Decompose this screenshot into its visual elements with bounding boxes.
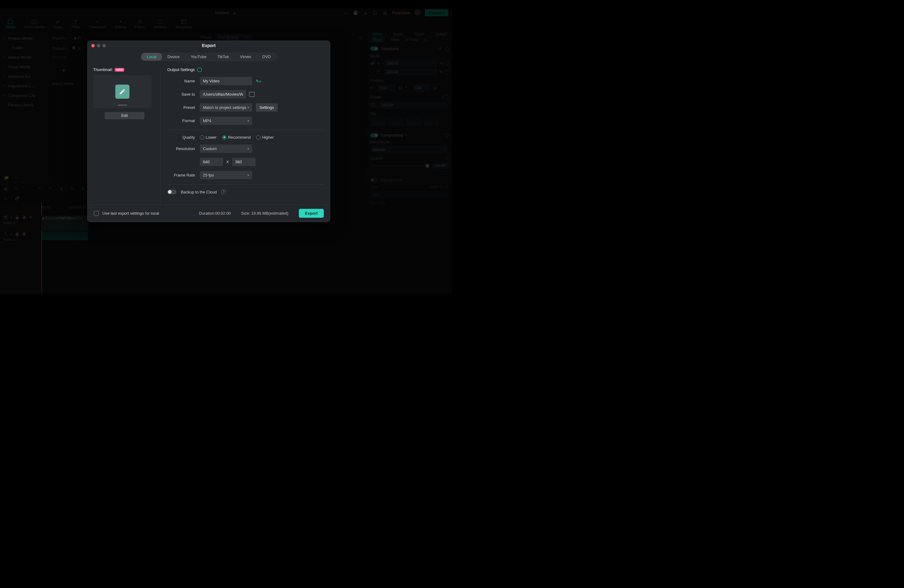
framerate-label: Frame Rate [167,173,200,177]
edit-thumbnail-icon [115,85,130,99]
size-info: Size: 19.95 MB(estimated) [241,211,288,216]
resolution-x-separator: X [226,160,229,164]
backup-cloud-toggle[interactable] [167,190,177,194]
export-tab-device[interactable]: Device [162,53,185,60]
name-input[interactable] [200,77,252,85]
format-select[interactable]: MP4▾ [200,117,252,125]
preset-select[interactable]: Match to project settings▾ [200,103,252,112]
thumbnail-preview[interactable] [93,75,152,108]
use-last-settings-label: Use last export settings for local [103,211,159,216]
ai-name-icon[interactable]: ✎AI [255,79,261,83]
output-settings-label: Output Settings [167,67,195,72]
preset-label: Preset [167,105,200,110]
resolution-label: Resolution [167,146,200,151]
export-tab-dvd[interactable]: DVD [257,53,276,60]
browse-folder-icon[interactable] [249,92,254,97]
backup-help-icon[interactable]: ? [221,190,226,194]
resolution-width-input[interactable] [200,158,223,166]
quality-lower-radio[interactable]: Lower [200,135,217,140]
framerate-select[interactable]: 25 fps▾ [200,171,252,179]
export-confirm-button[interactable]: Export [299,209,324,218]
duration-info: Duration:00:02:00 [199,211,231,216]
output-settings-icon [198,68,202,72]
export-dialog-title: Export [88,43,330,48]
new-badge: NEW [115,68,124,72]
export-dialog: Export Local Device YouTube TikTok Vimeo… [87,41,330,222]
saveto-input[interactable] [200,90,246,98]
backup-cloud-label: Backup to the Cloud [181,190,217,194]
thumbnail-label: Thumbnail: [93,67,113,72]
export-tab-vimeo[interactable]: Vimeo [234,53,257,60]
quality-higher-radio[interactable]: Higher [256,135,273,140]
resolution-height-input[interactable] [232,158,256,166]
export-tab-local[interactable]: Local [141,53,162,60]
name-label: Name [167,79,200,83]
export-tab-youtube[interactable]: YouTube [185,53,212,60]
preset-settings-button[interactable]: Settings [256,103,278,112]
format-label: Format [167,119,200,123]
thumbnail-indicator [118,104,127,106]
use-last-settings-checkbox[interactable] [94,211,99,216]
export-tabbar: Local Device YouTube TikTok Vimeo DVD [141,52,277,61]
quality-recommend-radio[interactable]: Recommend [222,135,251,140]
export-tab-tiktok[interactable]: TikTok [212,53,234,60]
resolution-select[interactable]: Custom▾ [200,145,252,153]
quality-label: Quality [167,135,200,140]
saveto-label: Save to [167,92,200,96]
edit-thumbnail-button[interactable]: Edit [104,112,144,119]
